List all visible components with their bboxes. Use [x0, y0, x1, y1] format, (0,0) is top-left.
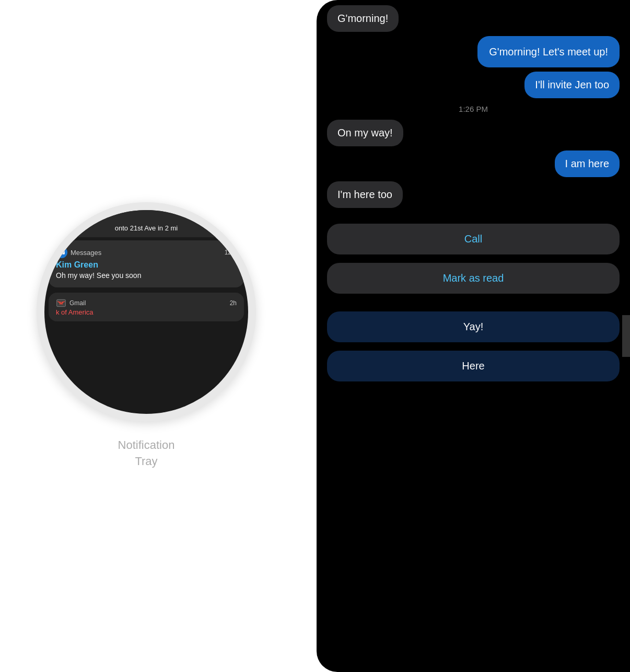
message-text: On my way! [337, 127, 393, 138]
action-label: Yay! [463, 321, 484, 332]
action-label: Mark as read [443, 272, 504, 284]
gmail-app-name: Gmail [69, 299, 86, 307]
notification-icon-title: Messages [56, 247, 101, 258]
label-text: NotificationTray [118, 438, 175, 468]
message-bubble-onmyway-received: On my way! [327, 120, 403, 146]
yay-action-button[interactable]: Yay! [327, 311, 620, 342]
notification-tray-label: NotificationTray [118, 437, 175, 470]
message-thread: G'morning! G'morning! Let's meet up! I'l… [327, 0, 620, 672]
action-label: Call [464, 233, 482, 245]
watch-circle: I'm right onto 21st Ave in 2 mi Messages [37, 202, 256, 422]
message-text: I'll invite Jen too [535, 79, 609, 90]
message-bubble-invite-sent: I'll invite Jen too [524, 72, 620, 98]
gmail-notification-card[interactable]: M Gmail 2h k of America [49, 293, 244, 321]
watch-container: I'm right onto 21st Ave in 2 mi Messages [37, 202, 256, 422]
watch-side-button [622, 315, 630, 357]
gmail-sender: k of America [56, 308, 237, 316]
message-timestamp: 1:26 PM [327, 105, 620, 113]
message-bubble-gmorning-sent: G'morning! Let's meet up! [477, 36, 620, 67]
gmail-time: 2h [230, 299, 237, 307]
call-action-button[interactable]: Call [327, 224, 620, 254]
message-bubble-iheretoo-received: I'm here too [327, 181, 403, 208]
spacer2 [327, 300, 620, 305]
message-text: I am here [565, 158, 609, 169]
notification-message: Oh my way! See you soon [56, 271, 237, 281]
app-name: Messages [71, 249, 101, 257]
messages-notification-card[interactable]: Messages 12m Kim Green Oh my way! See yo… [49, 240, 244, 287]
message-thread-section: G'morning! G'morning! Let's meet up! I'l… [317, 0, 630, 672]
spacer [327, 212, 620, 217]
arrow-connector [242, 259, 248, 264]
watch-screen: I'm right onto 21st Ave in 2 mi Messages [44, 210, 248, 414]
message-bubble-iamhere-sent: I am here [555, 150, 620, 177]
nav-green-text: I'm right [53, 216, 240, 224]
notification-sender: Kim Green [56, 260, 237, 270]
action-label: Here [462, 360, 484, 372]
message-text: G'morning! [337, 13, 388, 24]
gmail-icon: M [56, 298, 66, 308]
mark-as-read-action-button[interactable]: Mark as read [327, 263, 620, 294]
message-text: I'm here too [337, 189, 392, 200]
watch-nav-area: I'm right onto 21st Ave in 2 mi [44, 210, 248, 237]
nav-white-text: onto 21st Ave in 2 mi [53, 224, 240, 232]
notification-tray-section: I'm right onto 21st Ave in 2 mi Messages [0, 0, 293, 672]
messages-icon [56, 247, 67, 258]
notification-header: Messages 12m [56, 247, 237, 258]
arrow-line [242, 261, 248, 262]
message-text: G'morning! Let's meet up! [489, 46, 608, 57]
gmail-icon-title: M Gmail [56, 298, 86, 308]
message-bubble-gmorning-received: G'morning! [327, 5, 399, 32]
here-action-button[interactable]: Here [327, 351, 620, 381]
gmail-header: M Gmail 2h [56, 298, 237, 308]
notification-time: 12m [225, 249, 237, 256]
svg-text:M: M [60, 300, 63, 306]
